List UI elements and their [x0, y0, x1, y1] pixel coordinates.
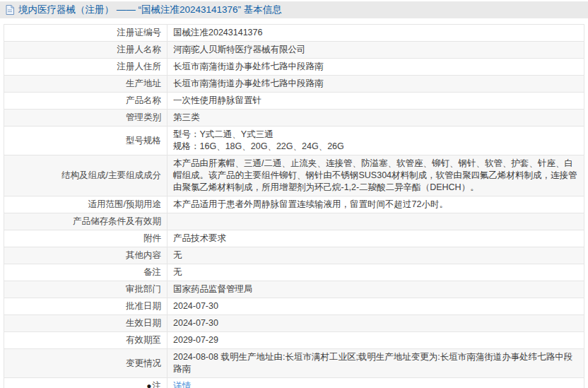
- row-label: 产品名称: [4, 93, 167, 110]
- row-label: 产品储存条件及有效期: [4, 213, 167, 230]
- row-label: 型号规格: [4, 127, 167, 155]
- row-value: 国械注准20243141376: [167, 25, 584, 42]
- note-bullet-icon: ●: [146, 381, 151, 388]
- row-label: 批准日期: [4, 298, 167, 315]
- table-row: 适用范围/预期用途本产品适用于患者外周静脉留置连续输液用，留置时间不超过72小时…: [4, 196, 584, 213]
- row-label: 管理类别: [4, 110, 167, 127]
- table-row: 产品储存条件及有效期: [4, 213, 584, 230]
- table-row: 备注无: [4, 264, 584, 281]
- row-value: 详情: [167, 378, 584, 388]
- row-label: 注册人住所: [4, 59, 167, 76]
- row-label: 结构及组成/主要组成成分: [4, 155, 167, 196]
- row-value: 无: [167, 247, 584, 264]
- row-value: 长垣市南蒲街道办事处纬七路中段路南: [167, 76, 584, 93]
- row-label: 审批部门: [4, 281, 167, 298]
- row-value: 无: [167, 264, 584, 281]
- device-registration-page: 境内医疗器械（注册） —— “国械注准20243141376” 基本信息 注册证…: [0, 0, 588, 388]
- page-title: 境内医疗器械（注册） —— “国械注准20243141376” 基本信息: [18, 4, 282, 16]
- row-value: 一次性使用静脉留置针: [167, 93, 584, 110]
- table-row: 产品名称一次性使用静脉留置针: [4, 93, 584, 110]
- row-value: 河南驼人贝斯特医疗器械有限公司: [167, 42, 584, 59]
- row-label: 适用范围/预期用途: [4, 196, 167, 213]
- table-row: 有效期至2029-07-29: [4, 332, 584, 349]
- row-label: 备注: [4, 264, 167, 281]
- table-row: 审批部门国家药品监督管理局: [4, 281, 584, 298]
- table-row: 结构及组成/主要组成成分本产品由肝素帽、三通/二通、止流夹、连接管、防溢塞、软管…: [4, 155, 584, 196]
- row-label: 附件: [4, 230, 167, 247]
- row-label: 其他内容: [4, 247, 167, 264]
- info-table-wrap: 注册证编号国械注准20243141376注册人名称河南驼人贝斯特医疗器械有限公司…: [4, 24, 584, 388]
- table-row: 生产地址长垣市南蒲街道办事处纬七路中段路南: [4, 76, 584, 93]
- row-value: 产品技术要求: [167, 230, 584, 247]
- table-row: 变更情况2024-08-08 载明生产地址由:长垣市满村工业区;载明生产地址变更…: [4, 349, 584, 378]
- page-header: 境内医疗器械（注册） —— “国械注准20243141376” 基本信息: [0, 1, 588, 18]
- row-label: 生产地址: [4, 76, 167, 93]
- row-label: 注册证编号: [4, 25, 167, 42]
- row-value: 本产品适用于患者外周静脉留置连续输液用，留置时间不超过72小时。: [167, 196, 584, 213]
- table-row: 注册人名称河南驼人贝斯特医疗器械有限公司: [4, 42, 584, 59]
- row-value: 2024-07-30: [167, 315, 584, 332]
- row-value: 国家药品监督管理局: [167, 281, 584, 298]
- details-link[interactable]: 详情: [173, 381, 191, 388]
- info-table: 注册证编号国械注准20243141376注册人名称河南驼人贝斯特医疗器械有限公司…: [4, 24, 584, 388]
- table-row: 管理类别第三类: [4, 110, 584, 127]
- row-value: 型号：Y式二通、Y式三通 规格：16G、18G、20G、22G、24G、26G: [167, 127, 584, 155]
- row-value: 第三类: [167, 110, 584, 127]
- row-value: 2024-07-30: [167, 298, 584, 315]
- row-label: 有效期至: [4, 332, 167, 349]
- document-icon: [6, 5, 14, 15]
- row-label: 变更情况: [4, 349, 167, 378]
- row-value: 本产品由肝素帽、三通/二通、止流夹、连接管、防溢塞、软管座、铆钉、钢针、软管、护…: [167, 155, 584, 196]
- row-value: 2029-07-29: [167, 332, 584, 349]
- table-row: 注册证编号国械注准20243141376: [4, 25, 584, 42]
- row-value: [167, 213, 584, 230]
- row-value: 2024-08-08 载明生产地址由:长垣市满村工业区;载明生产地址变更为:长垣…: [167, 349, 584, 378]
- row-label: 生效日期: [4, 315, 167, 332]
- table-row: 生效日期2024-07-30: [4, 315, 584, 332]
- row-value: 长垣市南蒲街道办事处纬七路中段路南: [167, 59, 584, 76]
- table-row: 型号规格型号：Y式二通、Y式三通 规格：16G、18G、20G、22G、24G、…: [4, 127, 584, 155]
- table-row: 附件产品技术要求: [4, 230, 584, 247]
- table-row: 注册人住所长垣市南蒲街道办事处纬七路中段路南: [4, 59, 584, 76]
- table-row: 其他内容无: [4, 247, 584, 264]
- table-row: 批准日期2024-07-30: [4, 298, 584, 315]
- info-table-body: 注册证编号国械注准20243141376注册人名称河南驼人贝斯特医疗器械有限公司…: [4, 25, 584, 388]
- row-label: ●注: [4, 378, 167, 388]
- table-row: ●注详情: [4, 378, 584, 388]
- row-label: 注册人名称: [4, 42, 167, 59]
